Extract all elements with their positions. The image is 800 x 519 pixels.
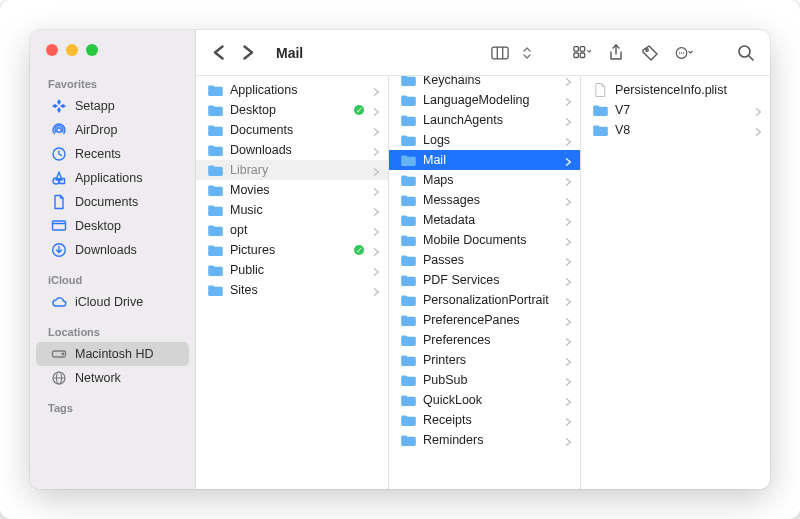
chevron-right-icon (564, 315, 574, 325)
folder-row-mail[interactable]: Mail (389, 150, 580, 170)
folder-row-quicklook[interactable]: QuickLook (389, 390, 580, 410)
folder-row-desktop[interactable]: Desktop✓ (196, 100, 388, 120)
folder-row-languagemodeling[interactable]: LanguageModeling (389, 90, 580, 110)
row-label: Library (230, 163, 366, 177)
folder-row-preferences[interactable]: Preferences (389, 330, 580, 350)
sidebar-item-setapp[interactable]: Setapp (36, 94, 189, 118)
apps-icon (50, 170, 67, 187)
folder-row-library[interactable]: Library (196, 160, 388, 180)
sidebar-item-applications[interactable]: Applications (36, 166, 189, 190)
view-chevron-icon[interactable] (522, 43, 532, 63)
sidebar-item-documents[interactable]: Documents (36, 190, 189, 214)
back-button[interactable] (208, 42, 230, 64)
row-label: opt (230, 223, 366, 237)
folder-icon (206, 83, 224, 97)
folder-icon (399, 133, 417, 147)
row-label: Passes (423, 253, 558, 267)
folder-row-music[interactable]: Music (196, 200, 388, 220)
chevron-right-icon (372, 85, 382, 95)
row-label: Public (230, 263, 366, 277)
folder-row-mobile-documents[interactable]: Mobile Documents (389, 230, 580, 250)
search-button[interactable] (734, 43, 758, 63)
folder-row-documents[interactable]: Documents (196, 120, 388, 140)
folder-icon (399, 273, 417, 287)
column-3[interactable]: PersistenceInfo.plistV7V8 (581, 76, 770, 489)
folder-row-keychains[interactable]: Keychains (389, 76, 580, 90)
group-button[interactable] (570, 43, 594, 63)
sidebar-item-label: Documents (75, 195, 138, 209)
folder-row-logs[interactable]: Logs (389, 130, 580, 150)
globe-icon (50, 370, 67, 387)
folder-row-v8[interactable]: V8 (581, 120, 770, 140)
file-row-persistenceinfo-plist[interactable]: PersistenceInfo.plist (581, 80, 770, 100)
folder-row-launchagents[interactable]: LaunchAgents (389, 110, 580, 130)
row-label: V8 (615, 123, 748, 137)
sidebar-item-network[interactable]: Network (36, 366, 189, 390)
hdd-icon (50, 346, 67, 363)
chevron-right-icon (564, 375, 574, 385)
svg-rect-18 (580, 53, 585, 58)
close-window-button[interactable] (46, 44, 58, 56)
sidebar-heading: iCloud (30, 270, 195, 290)
sidebar-item-airdrop[interactable]: AirDrop (36, 118, 189, 142)
share-button[interactable] (604, 43, 628, 63)
folder-row-preferencepanes[interactable]: PreferencePanes (389, 310, 580, 330)
tags-button[interactable] (638, 43, 662, 63)
folder-row-personalizationportrait[interactable]: PersonalizationPortrait (389, 290, 580, 310)
folder-row-reminders[interactable]: Reminders (389, 430, 580, 450)
folder-row-opt[interactable]: opt (196, 220, 388, 240)
sidebar-item-macintosh-hd[interactable]: Macintosh HD (36, 342, 189, 366)
view-columns-button[interactable] (488, 43, 512, 63)
sidebar-item-recents[interactable]: Recents (36, 142, 189, 166)
folder-row-applications[interactable]: Applications (196, 80, 388, 100)
folder-row-downloads[interactable]: Downloads (196, 140, 388, 160)
folder-row-printers[interactable]: Printers (389, 350, 580, 370)
row-label: Preferences (423, 333, 558, 347)
folder-row-public[interactable]: Public (196, 260, 388, 280)
chevron-right-icon (372, 105, 382, 115)
folder-row-pubsub[interactable]: PubSub (389, 370, 580, 390)
folder-row-metadata[interactable]: Metadata (389, 210, 580, 230)
svg-point-0 (56, 128, 60, 132)
actions-button[interactable] (672, 43, 696, 63)
folder-row-pictures[interactable]: Pictures✓ (196, 240, 388, 260)
zoom-window-button[interactable] (86, 44, 98, 56)
column-2[interactable]: KeychainsLanguageModelingLaunchAgentsLog… (389, 76, 581, 489)
svg-rect-15 (574, 46, 579, 51)
sidebar-item-label: AirDrop (75, 123, 117, 137)
folder-icon (399, 113, 417, 127)
document-icon (591, 82, 609, 98)
folder-icon (399, 413, 417, 427)
folder-row-sites[interactable]: Sites (196, 280, 388, 300)
folder-row-pdf-services[interactable]: PDF Services (389, 270, 580, 290)
row-label: Movies (230, 183, 366, 197)
forward-button[interactable] (236, 42, 258, 64)
folder-row-receipts[interactable]: Receipts (389, 410, 580, 430)
chevron-right-icon (372, 125, 382, 135)
chevron-right-icon (564, 355, 574, 365)
chevron-right-icon (564, 295, 574, 305)
folder-row-movies[interactable]: Movies (196, 180, 388, 200)
folder-row-v7[interactable]: V7 (581, 100, 770, 120)
folder-row-messages[interactable]: Messages (389, 190, 580, 210)
folder-row-maps[interactable]: Maps (389, 170, 580, 190)
sidebar-item-icloud-drive[interactable]: iCloud Drive (36, 290, 189, 314)
folder-icon (206, 183, 224, 197)
sidebar-item-label: Applications (75, 171, 142, 185)
folder-icon (399, 433, 417, 447)
svg-rect-17 (574, 53, 579, 58)
row-label: Pictures (230, 243, 348, 257)
minimize-window-button[interactable] (66, 44, 78, 56)
sidebar-item-desktop[interactable]: Desktop (36, 214, 189, 238)
folder-icon (206, 223, 224, 237)
folder-row-passes[interactable]: Passes (389, 250, 580, 270)
chevron-right-icon (564, 415, 574, 425)
chevron-right-icon (754, 125, 764, 135)
row-label: V7 (615, 103, 748, 117)
row-label: QuickLook (423, 393, 558, 407)
column-1[interactable]: ApplicationsDesktop✓DocumentsDownloadsLi… (196, 76, 389, 489)
downloads-icon (50, 242, 67, 259)
sidebar-item-downloads[interactable]: Downloads (36, 238, 189, 262)
sync-badge-icon: ✓ (354, 245, 364, 255)
row-label: Documents (230, 123, 366, 137)
